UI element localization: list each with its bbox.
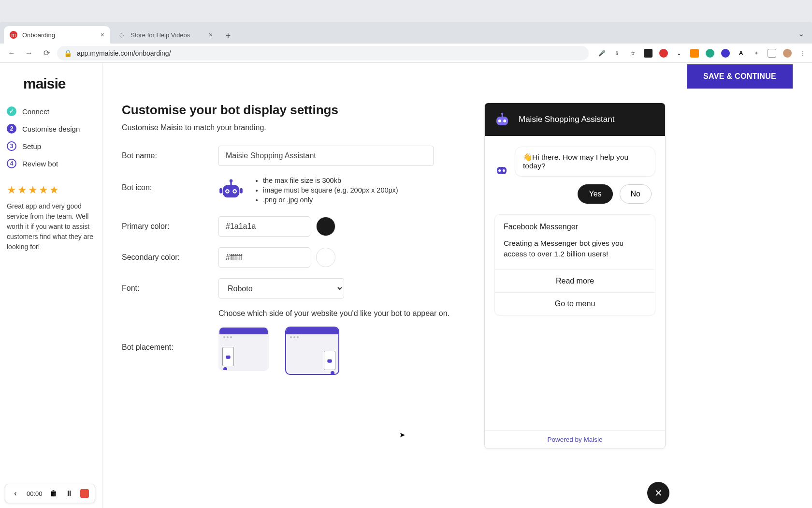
primary-color-swatch[interactable] xyxy=(316,217,335,236)
message-row: 👋Hi there. How may I help you today? xyxy=(494,147,655,177)
content-columns: Customise your bot display settings Cust… xyxy=(122,103,793,449)
star-icon[interactable]: ☆ xyxy=(628,49,637,58)
svg-rect-16 xyxy=(497,167,507,174)
placement-right-option[interactable] xyxy=(285,327,339,375)
page-subtitle: Customise Maisie to match your branding. xyxy=(122,123,455,132)
svg-rect-12 xyxy=(502,115,503,117)
robot-icon xyxy=(218,177,244,202)
save-continue-button[interactable]: SAVE & CONTINUE xyxy=(687,64,793,89)
svg-point-18 xyxy=(503,169,505,172)
card-title: Facebook Messenger xyxy=(504,223,646,231)
ext-icon-2[interactable] xyxy=(659,49,668,58)
reload-button[interactable]: ⟳ xyxy=(40,46,53,60)
ext-icon-4[interactable] xyxy=(706,49,714,58)
chevron-down-icon[interactable]: ⌄ xyxy=(798,29,804,38)
tab-title: Store for Help Videos xyxy=(130,31,190,39)
browser-window: m Onboarding × ◌ Store for Help Videos ×… xyxy=(0,23,812,508)
chat-preview: Maisie Shopping Assistant 👋Hi there. How… xyxy=(484,103,666,449)
step-number-icon: 4 xyxy=(7,159,16,168)
close-icon: ✕ xyxy=(654,487,663,499)
card-read-more-button[interactable]: Read more xyxy=(495,269,655,292)
ext-icon-1[interactable] xyxy=(644,49,652,58)
puzzle-icon[interactable]: ✦ xyxy=(752,49,761,58)
svg-rect-8 xyxy=(240,188,242,194)
browser-tab-inactive[interactable]: ◌ Store for Help Videos × xyxy=(112,26,218,44)
step-number-icon: 3 xyxy=(7,141,16,151)
secondary-color-swatch[interactable] xyxy=(316,248,335,267)
quick-reply-no[interactable]: No xyxy=(620,184,652,204)
sidepanel-icon[interactable] xyxy=(768,49,776,58)
preview-header: Maisie Shopping Assistant xyxy=(485,103,665,136)
svg-point-17 xyxy=(498,169,501,172)
top-bar: SAVE & CONTINUE xyxy=(122,63,793,90)
row-placement: Bot placement: xyxy=(122,327,455,375)
quick-reply-yes[interactable]: Yes xyxy=(578,184,612,204)
sidebar: maisie ✓ Connect 2 Customise design 3 Se… xyxy=(0,63,102,508)
close-icon[interactable]: × xyxy=(101,31,104,39)
ext-icon-3[interactable] xyxy=(690,49,699,58)
icon-requirements: the max file size is 300kb image must be… xyxy=(255,177,398,206)
url-text: app.mymaisie.com/onboarding/ xyxy=(77,49,171,57)
svg-point-15 xyxy=(503,120,506,122)
step-label: Review bot xyxy=(22,160,58,168)
pause-icon[interactable]: ⏸ xyxy=(65,489,73,498)
label-primary-color: Primary color: xyxy=(122,222,218,231)
step-label: Customise design xyxy=(22,125,80,133)
ext-icon-5[interactable] xyxy=(721,49,730,58)
chat-glyph-icon xyxy=(222,347,234,366)
screen-recorder-widget: ‹ 00:00 🗑 ⏸ xyxy=(5,484,95,503)
pocket-icon[interactable]: ⌄ xyxy=(675,49,683,58)
step-label: Connect xyxy=(22,107,49,116)
step-connect[interactable]: ✓ Connect xyxy=(7,106,95,116)
secondary-color-input[interactable] xyxy=(218,247,310,268)
menu-icon[interactable]: ⋮ xyxy=(798,49,807,58)
close-widget-button[interactable]: ✕ xyxy=(647,482,669,504)
svg-point-6 xyxy=(233,190,235,192)
rule-item: image must be square (e.g. 200px x 200px… xyxy=(263,186,398,194)
new-tab-button[interactable]: + xyxy=(220,28,236,44)
profile-avatar[interactable] xyxy=(783,49,792,58)
svg-rect-7 xyxy=(219,188,222,194)
label-font: Font: xyxy=(122,284,218,293)
close-icon[interactable]: × xyxy=(209,31,213,39)
step-customise-design[interactable]: 2 Customise design xyxy=(7,124,95,134)
quick-replies: Yes No xyxy=(494,184,655,204)
back-button[interactable]: ← xyxy=(5,46,18,60)
chat-glyph-icon xyxy=(324,351,335,370)
svg-rect-13 xyxy=(496,117,508,125)
step-review-bot[interactable]: 4 Review bot xyxy=(7,159,95,168)
browser-tab-active[interactable]: m Onboarding × xyxy=(4,26,110,44)
svg-rect-1 xyxy=(230,182,232,185)
bot-icon-preview[interactable] xyxy=(218,177,244,202)
page-title: Customise your bot display settings xyxy=(122,103,455,118)
preview-footer[interactable]: Powered by Maisie xyxy=(485,430,665,448)
recorder-back-button[interactable]: ‹ xyxy=(11,489,20,498)
bot-name-input[interactable] xyxy=(218,146,434,166)
recorder-time: 00:00 xyxy=(27,490,43,497)
trash-icon[interactable]: 🗑 xyxy=(49,489,58,498)
favicon-icon: m xyxy=(10,31,17,39)
step-setup[interactable]: 3 Setup xyxy=(7,141,95,151)
row-bot-name: Bot name: xyxy=(122,146,455,166)
row-primary-color: Primary color: xyxy=(122,216,455,237)
placement-left-option[interactable] xyxy=(218,327,269,371)
address-bar[interactable]: 🔒 app.mymaisie.com/onboarding/ xyxy=(57,46,589,60)
card-text: Creating a Messenger bot gives you acces… xyxy=(504,238,646,260)
row-secondary-color: Secondary color: xyxy=(122,247,455,268)
check-icon: ✓ xyxy=(7,106,16,116)
rule-item: the max file size is 300kb xyxy=(263,177,398,184)
tab-title: Onboarding xyxy=(22,31,55,39)
stop-record-button[interactable] xyxy=(80,489,89,498)
primary-color-input[interactable] xyxy=(218,216,310,237)
share-icon[interactable]: ⇪ xyxy=(613,49,622,58)
ext-icon-6[interactable]: A xyxy=(737,49,745,58)
mic-icon[interactable]: 🎤 xyxy=(597,49,606,58)
font-select[interactable]: Roboto xyxy=(218,278,344,299)
settings-form: Customise your bot display settings Cust… xyxy=(122,103,455,449)
placement-hint: Choose which side of your website you'd … xyxy=(218,309,455,318)
svg-point-5 xyxy=(226,190,228,192)
label-bot-name: Bot name: xyxy=(122,151,218,160)
preview-card: Facebook Messenger Creating a Messenger … xyxy=(494,214,655,315)
svg-rect-2 xyxy=(223,185,240,197)
card-go-to-menu-button[interactable]: Go to menu xyxy=(495,292,655,315)
